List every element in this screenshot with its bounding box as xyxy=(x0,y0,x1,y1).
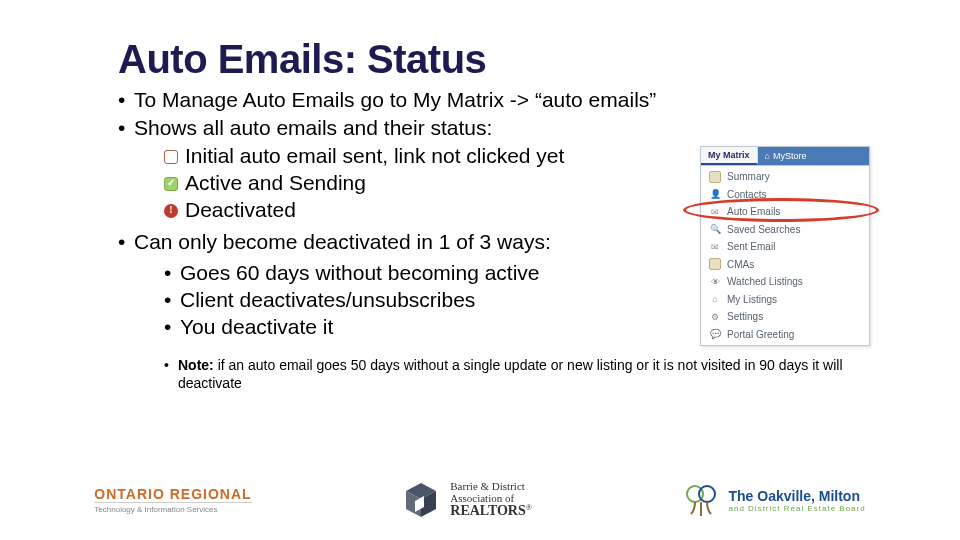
logo-barrie-reg: ® xyxy=(526,504,532,513)
menu-item-saved-searches-label: Saved Searches xyxy=(727,223,800,237)
menu-item-settings-label: Settings xyxy=(727,310,763,324)
my-listings-icon: ⌂ xyxy=(709,293,721,305)
cmas-icon xyxy=(709,258,721,270)
menu-item-sent-email[interactable]: ✉ Sent Email xyxy=(701,238,869,256)
logo-ontario-word1: ONTARIO xyxy=(94,486,169,502)
store-icon: ⌂ xyxy=(765,151,770,161)
tab-my-store[interactable]: ⌂ MyStore xyxy=(758,147,869,165)
menu-item-cmas[interactable]: CMAs xyxy=(701,256,869,274)
menu-tabs: My Matrix ⌂ MyStore xyxy=(701,147,869,166)
footer-logos: ONTARIO REGIONAL Technology & Informatio… xyxy=(0,476,960,524)
slide-title: Auto Emails: Status xyxy=(118,38,880,80)
status-open-icon xyxy=(164,150,178,164)
menu-item-auto-emails[interactable]: ✉ Auto Emails xyxy=(701,203,869,221)
logo-ontario-sub: Technology & Information Services xyxy=(94,502,251,514)
saved-searches-icon: 🔍 xyxy=(709,223,721,235)
menu-item-watched[interactable]: 👁 Watched Listings xyxy=(701,273,869,291)
menu-item-watched-label: Watched Listings xyxy=(727,275,803,289)
status-deactivated-icon: ! xyxy=(164,204,178,218)
note-bullet: Note: if an auto email goes 50 days with… xyxy=(164,357,844,393)
contacts-icon: 👤 xyxy=(709,188,721,200)
svg-point-5 xyxy=(699,486,715,502)
menu-item-cmas-label: CMAs xyxy=(727,258,754,272)
bullet-shows-text: Shows all auto emails and their status: xyxy=(134,116,492,139)
my-matrix-menu: My Matrix ⌂ MyStore Summary 👤 Contacts ✉… xyxy=(700,146,870,346)
watched-icon: 👁 xyxy=(709,276,721,288)
logo-ontario-regional: ONTARIO REGIONAL Technology & Informatio… xyxy=(94,486,251,514)
auto-emails-icon: ✉ xyxy=(709,206,721,218)
logo-oakville-main: The Oakville, Milton xyxy=(729,488,866,504)
status-active-icon: ✓ xyxy=(164,177,178,191)
logo-barrie-realtors: Barrie & District Association of REALTOR… xyxy=(400,479,532,521)
tab-my-store-label: MyStore xyxy=(773,151,807,161)
menu-item-portal-greeting-label: Portal Greeting xyxy=(727,328,794,342)
realtors-cube-icon xyxy=(400,479,442,521)
status-active-text: Active and Sending xyxy=(185,170,366,197)
logo-oakville-sub: and District Real Estate Board xyxy=(729,504,866,513)
menu-item-summary-label: Summary xyxy=(727,170,770,184)
menu-item-portal-greeting[interactable]: 💬 Portal Greeting xyxy=(701,326,869,344)
menu-item-saved-searches[interactable]: 🔍 Saved Searches xyxy=(701,221,869,239)
status-deactivated-text: Deactivated xyxy=(185,197,296,224)
logo-oakville-milton: The Oakville, Milton and District Real E… xyxy=(681,480,866,520)
menu-item-auto-emails-label: Auto Emails xyxy=(727,205,780,219)
menu-item-contacts-label: Contacts xyxy=(727,188,766,202)
sent-email-icon: ✉ xyxy=(709,241,721,253)
menu-item-my-listings-label: My Listings xyxy=(727,293,777,307)
note-text: if an auto email goes 50 days without a … xyxy=(178,357,843,391)
logo-barrie-line3: REALTORS xyxy=(450,503,525,518)
status-initial-text: Initial auto email sent, link not clicke… xyxy=(185,143,564,170)
logo-ontario-word2: REGIONAL xyxy=(170,486,252,502)
bullet-deactivated-text: Can only become deactivated in 1 of 3 wa… xyxy=(134,230,551,253)
tab-my-matrix[interactable]: My Matrix xyxy=(701,147,758,165)
note-label: Note: xyxy=(178,357,214,373)
menu-item-settings[interactable]: ⚙ Settings xyxy=(701,308,869,326)
menu-item-my-listings[interactable]: ⌂ My Listings xyxy=(701,291,869,309)
settings-icon: ⚙ xyxy=(709,311,721,323)
bullet-manage: To Manage Auto Emails go to My Matrix ->… xyxy=(118,86,880,114)
summary-icon xyxy=(709,171,721,183)
portal-greeting-icon: 💬 xyxy=(709,328,721,340)
menu-item-summary[interactable]: Summary xyxy=(701,168,869,186)
menu-item-sent-email-label: Sent Email xyxy=(727,240,775,254)
menu-item-contacts[interactable]: 👤 Contacts xyxy=(701,186,869,204)
oakville-tree-icon xyxy=(681,480,721,520)
logo-barrie-line1: Barrie & District xyxy=(450,481,532,493)
